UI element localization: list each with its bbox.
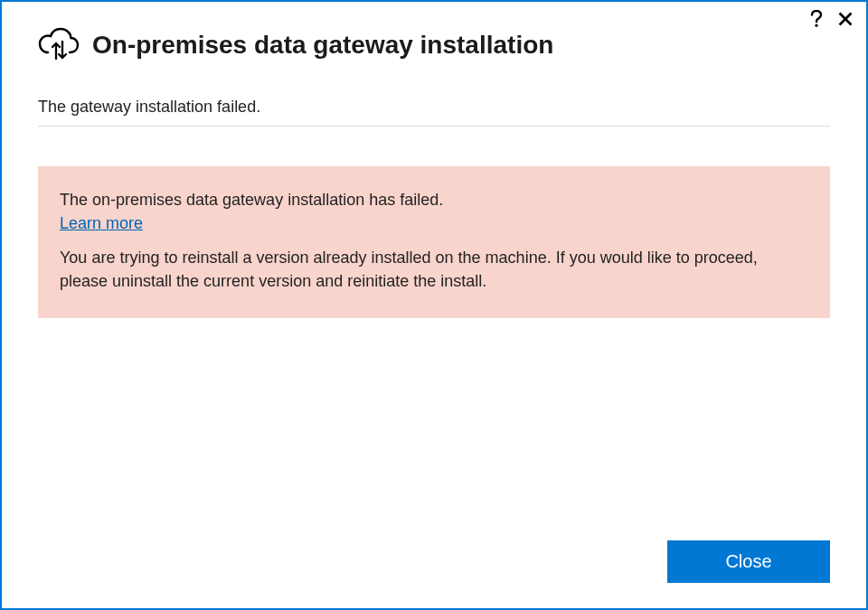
status-message: The gateway installation failed.: [38, 72, 830, 127]
footer: Close: [2, 540, 866, 608]
close-icon[interactable]: [835, 9, 855, 29]
svg-point-0: [815, 24, 817, 27]
error-panel: The on-premises data gateway installatio…: [38, 166, 830, 318]
error-title: The on-premises data gateway installatio…: [60, 188, 808, 212]
help-icon[interactable]: [807, 9, 826, 29]
page-title: On-premises data gateway installation: [92, 31, 553, 60]
header: On-premises data gateway installation: [2, 2, 866, 72]
close-button[interactable]: Close: [667, 540, 830, 583]
installer-window: On-premises data gateway installation Th…: [0, 0, 868, 610]
content-area: The gateway installation failed. The on-…: [2, 72, 866, 540]
cloud-arrows-icon: [38, 27, 80, 63]
titlebar-controls: [807, 9, 855, 29]
learn-more-link[interactable]: Learn more: [60, 214, 143, 233]
error-detail: You are trying to reinstall a version al…: [60, 246, 808, 293]
